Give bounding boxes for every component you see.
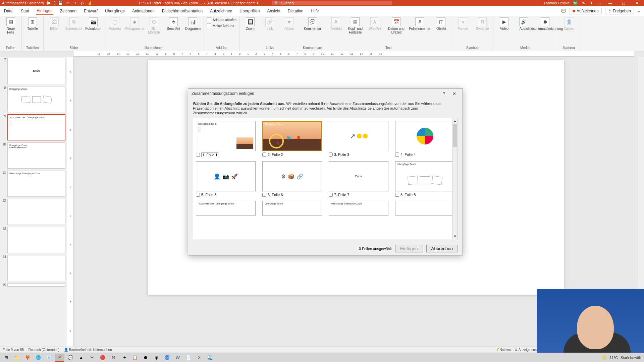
slide-thumbnail-11[interactable]: Mehrstufige Übergänge Zoom xyxy=(7,171,65,197)
equation-button[interactable]: πFormel xyxy=(455,17,471,31)
taskbar-app-1[interactable]: 💬 xyxy=(66,354,75,362)
notes-button[interactable]: 📝 Notizen xyxy=(495,348,511,352)
taskbar-snip[interactable]: ✂ xyxy=(87,354,97,362)
tab-datei[interactable]: Datei xyxy=(3,7,14,15)
dialog-check-1[interactable]: 1. Folie 1 xyxy=(196,153,256,157)
dialog-slide-5[interactable]: 👤📷🚀 xyxy=(196,161,256,191)
slide-thumbnail-12[interactable] xyxy=(7,199,65,225)
touch-icon[interactable]: ☝ xyxy=(88,1,92,5)
cameo-button[interactable]: 👤Cameo xyxy=(561,17,577,31)
new-slide-button[interactable]: ▤Neue Folie xyxy=(3,17,19,34)
slide-thumbnail-13[interactable] xyxy=(7,227,65,253)
photoalbum-button[interactable]: 📷Fotoalbum xyxy=(85,17,101,31)
taskbar-chrome[interactable]: 🌐 xyxy=(34,354,43,362)
link-button[interactable]: 🔗Link xyxy=(262,17,278,31)
collapse-ribbon-icon[interactable]: ⌄ xyxy=(637,9,641,13)
get-addins-button[interactable]: Add-Ins abrufen xyxy=(207,17,236,22)
dialog-scrollbar[interactable]: ▲▼ xyxy=(452,118,458,239)
dialog-slide-4[interactable] xyxy=(395,121,455,151)
taskbar-onenote[interactable]: N xyxy=(109,354,118,362)
dialog-slide-2[interactable]: Übergänge Zoom↖🐦🍎 xyxy=(262,121,322,151)
dialog-check-3[interactable]: 3. Folie 3 xyxy=(329,153,388,157)
dialog-help-button[interactable]: ? xyxy=(439,91,449,96)
record-button[interactable]: Aufzeichnen xyxy=(570,8,602,14)
header-footer-button[interactable]: ▤Kopf- und Fußzeile xyxy=(347,17,363,34)
weather-temp[interactable]: 11°C xyxy=(609,356,618,360)
slide-thumbnail-14[interactable] xyxy=(7,255,65,281)
smartart-button[interactable]: ⬘SmartArt xyxy=(165,17,181,31)
weather-desc[interactable]: Stark bewölkt xyxy=(621,356,643,360)
ribbon-options-icon[interactable]: ▭ xyxy=(597,1,602,5)
dialog-slide-1[interactable]: Übergänge Zoom• ...• ...• ... xyxy=(196,121,256,151)
object-button[interactable]: ◫Objekt xyxy=(433,17,449,31)
insert-button[interactable]: Einfügen xyxy=(395,245,423,252)
zoom-button[interactable]: 🔲Zoom xyxy=(242,17,258,31)
taskbar-vlc[interactable]: ▲ xyxy=(76,354,86,362)
dialog-slide-6[interactable]: ⚙📦🔗 xyxy=(262,161,322,191)
tab-einfuegen[interactable]: Einfügen xyxy=(36,7,53,15)
dialog-close-button[interactable]: ✕ xyxy=(449,91,459,96)
taskbar-obs[interactable]: ⏺ xyxy=(141,354,150,362)
taskbar-app-4[interactable]: ◉ xyxy=(152,354,161,362)
shapes-button[interactable]: ◯Formen xyxy=(107,17,123,31)
comments-icon[interactable]: 💬 xyxy=(561,9,566,13)
datetime-button[interactable]: 📅Datum und Uhrzeit xyxy=(386,17,406,34)
tab-dictation[interactable]: Dictation xyxy=(287,7,304,15)
taskbar-app-6[interactable]: 📄 xyxy=(184,354,193,362)
tab-bildschirmpraesentation[interactable]: Bildschirmpräsentation xyxy=(161,7,203,15)
maximize-button[interactable]: ▢ xyxy=(619,1,629,5)
screenshot-button[interactable]: ⧉Screenshot xyxy=(66,17,82,31)
symbols-button[interactable]: ΩSymbole xyxy=(474,17,490,31)
screen-recording-button[interactable]: ⏺Bildschirmaufzeichnung xyxy=(535,17,555,31)
table-button[interactable]: ⊞Tabelle xyxy=(24,17,41,31)
taskbar-app-3[interactable]: 📋 xyxy=(130,354,140,362)
undo-icon[interactable]: ↶ xyxy=(65,1,70,5)
dialog-slide-9[interactable]: "Automatischer" Übergänge Zoom xyxy=(196,201,256,216)
minimize-button[interactable]: — xyxy=(605,1,615,5)
pen-icon[interactable]: ✎ xyxy=(581,1,586,5)
slide-counter[interactable]: Folie 9 von 55 xyxy=(3,348,24,352)
slide-thumbnail-9[interactable]: "Automatischer" Übergänge Zoom• ...• ...… xyxy=(7,114,65,140)
taskbar-explorer[interactable]: 📁 xyxy=(12,354,21,362)
dialog-check-7[interactable]: 7. Folie 7 xyxy=(329,193,388,197)
slide-panel[interactable]: 7Ende 8Übergänge Zoom 9"Automatischer" Ü… xyxy=(0,57,67,347)
dialog-slide-3[interactable]: ↗ xyxy=(329,121,388,151)
share-button[interactable]: ⇪Freigeben xyxy=(605,8,634,14)
dialog-slide-10[interactable]: Übergänge Zoom xyxy=(262,201,322,216)
wordart-button[interactable]: 𝐀WordArt xyxy=(367,17,383,31)
present-icon[interactable]: ▷ xyxy=(80,1,85,5)
chart-button[interactable]: 📊Diagramm xyxy=(185,17,201,31)
dialog-check-2[interactable]: 2. Folie 2 xyxy=(262,153,322,157)
comment-button[interactable]: 💬Kommentar xyxy=(305,17,321,31)
save-icon[interactable]: 💾 xyxy=(58,1,63,5)
tab-ansicht[interactable]: Ansicht xyxy=(266,7,281,15)
chevron-down-icon[interactable]: ▾ xyxy=(257,1,259,5)
dialog-check-4[interactable]: 4. Folie 4 xyxy=(395,153,455,157)
pictures-button[interactable]: 🖼Bilder xyxy=(46,17,62,31)
redo-icon[interactable]: ↷ xyxy=(73,1,77,5)
taskbar-powerpoint[interactable]: P xyxy=(55,354,64,362)
3d-models-button[interactable]: ⬡3D-Modelle xyxy=(146,17,162,34)
cancel-button[interactable]: Abbrechen xyxy=(426,245,458,252)
slide-thumbnail-8[interactable]: Übergänge Zoom xyxy=(7,86,65,112)
taskbar-app-2[interactable]: 🔴 xyxy=(98,354,107,362)
my-addins-button[interactable]: Meine Add-Ins xyxy=(207,23,234,28)
slide-thumbnail-15[interactable] xyxy=(7,283,65,287)
slidenumber-button[interactable]: #Foliennummer xyxy=(410,17,430,31)
dialog-slide-7[interactable]: Ende xyxy=(329,161,388,191)
dialog-check-6[interactable]: 6. Folie 6 xyxy=(262,193,322,197)
taskbar-edge[interactable]: 🌊 xyxy=(205,354,215,362)
taskbar-firefox[interactable]: 🦊 xyxy=(23,354,32,362)
taskbar-word[interactable]: W xyxy=(173,354,182,362)
tab-aufzeichnen[interactable]: Aufzeichnen xyxy=(209,7,233,15)
taskbar-app-5[interactable]: 🌀 xyxy=(162,354,172,362)
slide-thumbnail-10[interactable]: Übergänge ZoomEinfacher geht's nicht !? xyxy=(7,142,65,169)
taskbar-excel[interactable]: X xyxy=(195,354,204,362)
tab-start[interactable]: Start xyxy=(20,7,30,15)
textbox-button[interactable]: ATextfeld xyxy=(328,17,344,31)
sparkle-icon[interactable]: ✦ xyxy=(589,1,594,5)
dialog-slide-11[interactable]: Mehrstufige Übergänge Zoom xyxy=(329,201,388,216)
taskbar-telegram[interactable]: ✈ xyxy=(119,354,129,362)
icons-button[interactable]: ◆Piktogramme xyxy=(126,17,143,31)
dialog-check-8[interactable]: 8. Folie 8 xyxy=(395,193,455,197)
